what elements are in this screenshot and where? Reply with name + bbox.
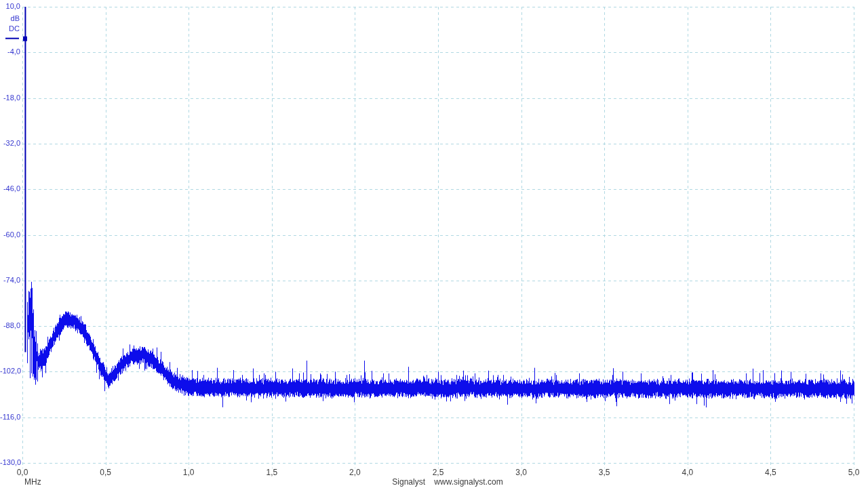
x-tick-label: 4,0	[671, 468, 705, 477]
y-tick-label: -88,0	[0, 321, 20, 330]
brand-url: www.signalyst.com	[434, 477, 502, 487]
y-tick-label: -116,0	[0, 413, 20, 422]
spectrum-plot-canvas[interactable]	[0, 0, 868, 488]
x-tick-label: 1,0	[172, 468, 205, 477]
spectrum-analyzer-window: 10,0-4,0-18,0-32,0-46,0-60,0-74,0-88,0-1…	[0, 0, 868, 488]
y-tick-label: -4,0	[0, 47, 20, 56]
x-tick-label: 1,5	[255, 468, 289, 477]
y-tick-label: -60,0	[0, 230, 20, 239]
y-axis-unit-label: dB	[0, 14, 20, 23]
y-tick-label: 10,0	[0, 2, 20, 11]
x-axis-unit-label: MHz	[24, 477, 41, 487]
y-tick-label: -18,0	[0, 94, 20, 102]
x-tick-label: 2,0	[338, 468, 372, 477]
x-tick-label: 4,5	[753, 468, 787, 477]
footer-branding: Signalyst www.signalyst.com	[392, 477, 502, 487]
x-tick-label: 3,0	[505, 468, 538, 477]
x-tick-label: 3,5	[587, 468, 621, 477]
dc-indicator-label: DC	[0, 24, 20, 33]
x-tick-label: 0,5	[89, 468, 123, 477]
y-tick-label: -130,0	[0, 458, 20, 467]
y-tick-label: -46,0	[0, 184, 20, 193]
x-tick-label: 2,5	[421, 468, 455, 477]
y-tick-label: -32,0	[0, 139, 20, 148]
y-tick-label: -102,0	[0, 367, 20, 375]
y-tick-label: -74,0	[0, 276, 20, 285]
x-tick-label: 5,0	[837, 468, 868, 477]
x-tick-label: 0,0	[5, 468, 39, 477]
brand-name: Signalyst	[392, 477, 425, 487]
